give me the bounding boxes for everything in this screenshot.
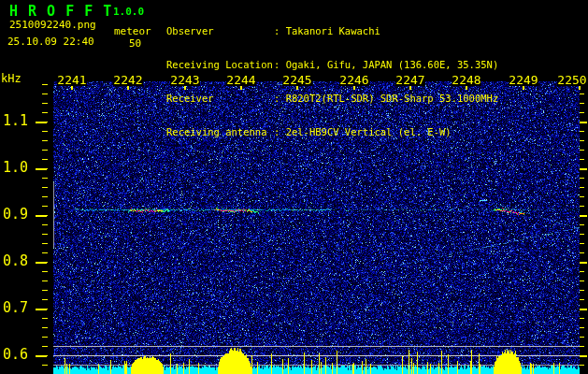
- hrofft-window: H R O F F T 1.0.0 2510092240.png meteor …: [0, 0, 588, 374]
- info-value: 2el-HB9CV Vertical (el. E-W): [286, 126, 452, 137]
- info-label: Observer: [166, 25, 274, 36]
- y-tick-label-0.6: 0.6: [3, 348, 28, 362]
- info-label: Receiving antenna: [166, 126, 274, 137]
- info-label: Receiver: [166, 93, 274, 104]
- info-separator: :: [274, 93, 286, 104]
- app-version: 1.0.0: [113, 6, 144, 18]
- x-tick-label-2243: 2243: [170, 74, 200, 86]
- echo-count-value: 50: [129, 37, 141, 50]
- station-info: Observer: Takanori Kawachi Receiving Loc…: [166, 3, 498, 160]
- info-value: Takanori Kawachi: [286, 25, 380, 36]
- info-row-location: Receiving Location: Ogaki, Gifu, JAPAN (…: [166, 59, 498, 70]
- info-label: Receiving Location: [166, 59, 274, 70]
- x-tick-label-2247: 2247: [395, 74, 425, 86]
- y-axis-unit-label: kHz: [1, 72, 22, 85]
- y-tick-label-0.8: 0.8: [3, 254, 28, 268]
- x-tick-label-2248: 2248: [452, 74, 481, 86]
- info-row-antenna: Receiving antenna: 2el-HB9CV Vertical (e…: [166, 126, 498, 137]
- output-filename: 2510092240.png: [9, 19, 96, 31]
- x-tick-label-2241: 2241: [57, 74, 87, 86]
- y-tick-label-0.9: 0.9: [3, 208, 28, 222]
- x-tick-label-2249: 2249: [509, 74, 538, 86]
- info-row-receiver: Receiver: R820T2(RTL-SDR) SDR-Sharp 53.1…: [166, 93, 498, 104]
- y-tick-label-1.0: 1.0: [3, 161, 28, 175]
- app-title: H R O F F T: [9, 3, 112, 20]
- x-tick-label-2244: 2244: [226, 74, 256, 86]
- info-separator: :: [274, 59, 286, 70]
- x-tick-label-2245: 2245: [282, 74, 312, 86]
- x-tick-label-2250: 2250: [557, 74, 587, 86]
- info-value: R820T2(RTL-SDR) SDR-Sharp 53.1000MHz: [286, 93, 499, 104]
- info-separator: :: [274, 126, 286, 137]
- y-tick-label-1.1: 1.1: [3, 114, 28, 128]
- info-row-observer: Observer: Takanori Kawachi: [166, 25, 498, 36]
- info-separator: :: [274, 25, 286, 36]
- datetime-label: 25.10.09 22:40: [7, 36, 94, 48]
- x-tick-label-2242: 2242: [113, 74, 143, 86]
- mode-label: meteor: [114, 25, 151, 37]
- y-tick-label-0.7: 0.7: [3, 301, 28, 315]
- info-value: Ogaki, Gifu, JAPAN (136.60E, 35.35N): [286, 59, 499, 70]
- x-tick-label-2246: 2246: [339, 74, 369, 86]
